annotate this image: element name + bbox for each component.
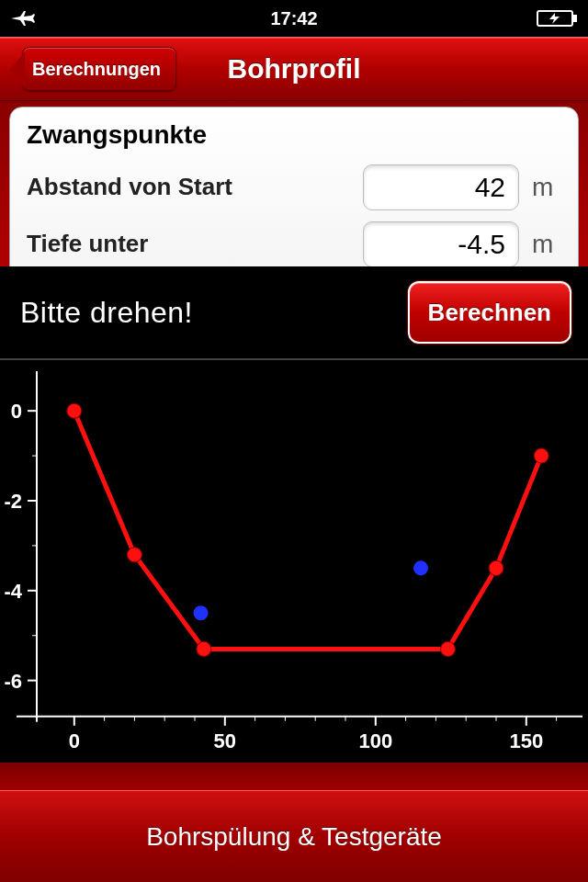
status-bar: 17:42 (0, 0, 588, 37)
constraints-card: Zwangspunkte Abstand von Start m Tiefe u… (9, 107, 579, 266)
back-button[interactable]: Berechnungen (22, 47, 176, 91)
footer-label: Bohrspülung & Testgeräte (146, 822, 442, 852)
svg-point-39 (441, 641, 456, 656)
svg-text:0: 0 (11, 400, 22, 423)
card-heading: Zwangspunkte (27, 120, 561, 150)
nav-bar: Berechnungen Bohrprofil (0, 37, 588, 101)
svg-rect-1 (573, 15, 577, 22)
svg-point-41 (534, 448, 548, 463)
svg-point-38 (197, 641, 211, 656)
field-depth-label: Tiefe unter (27, 231, 363, 258)
svg-point-40 (489, 560, 503, 575)
action-bar: Bitte drehen! Berechnen (0, 266, 588, 358)
footer-bar[interactable]: Bohrspülung & Testgeräte (0, 790, 588, 882)
svg-text:-4: -4 (4, 580, 22, 603)
field-distance-row: Abstand von Start m (27, 164, 561, 210)
svg-text:150: 150 (509, 729, 543, 752)
battery-charging-icon (537, 9, 579, 28)
field-depth-row: Tiefe unter m (27, 221, 561, 266)
status-time: 17:42 (83, 8, 505, 29)
svg-point-42 (194, 605, 209, 620)
svg-text:-2: -2 (4, 490, 22, 513)
field-distance-input[interactable] (363, 164, 519, 210)
gap-strip (0, 763, 588, 790)
compute-button[interactable]: Berechnen (408, 281, 571, 344)
form-zone: Zwangspunkte Abstand von Start m Tiefe u… (0, 101, 588, 266)
svg-text:50: 50 (214, 729, 236, 752)
compute-button-label: Berechnen (428, 299, 551, 327)
chart-area: 0501001500-2-4-6 (0, 358, 588, 763)
svg-text:100: 100 (358, 729, 392, 752)
svg-point-43 (413, 560, 428, 575)
status-left (9, 9, 83, 28)
svg-text:-6: -6 (4, 670, 22, 693)
svg-point-36 (67, 403, 82, 418)
field-distance-unit: m (519, 173, 561, 202)
field-depth-unit: m (519, 230, 561, 259)
svg-point-37 (127, 548, 141, 562)
field-depth-input[interactable] (363, 221, 519, 266)
rotate-hint: Bitte drehen! (20, 296, 193, 330)
field-distance-label: Abstand von Start (27, 174, 363, 201)
svg-text:0: 0 (69, 729, 80, 752)
profile-chart: 0501001500-2-4-6 (4, 366, 584, 763)
status-right (505, 9, 579, 28)
back-button-label: Berechnungen (32, 59, 161, 80)
airplane-mode-icon (9, 9, 37, 28)
